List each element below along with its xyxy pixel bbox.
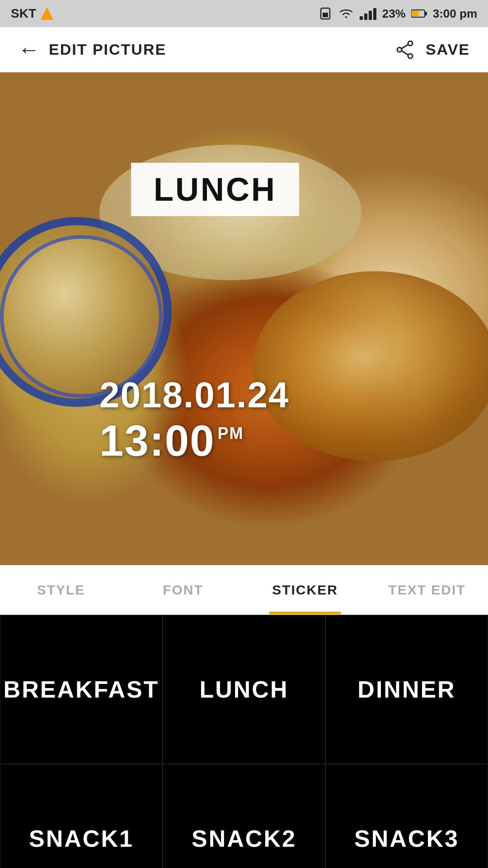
svg-text:⚡: ⚡ <box>415 11 421 17</box>
image-area: LUNCH 2018.01.24 13:00 PM <box>0 72 488 565</box>
share-icon[interactable] <box>395 40 415 60</box>
svg-rect-5 <box>373 8 376 20</box>
signal-icon <box>360 7 377 20</box>
tab-text-edit[interactable]: TEXT EDIT <box>366 565 488 614</box>
status-left: SKT <box>11 6 53 21</box>
svg-point-10 <box>408 41 413 46</box>
status-bar: SKT 23% ⚡ 3:00 pm <box>0 0 488 27</box>
sticker-snack2[interactable]: SNACK2 <box>163 764 325 868</box>
warning-icon <box>41 7 53 20</box>
svg-point-11 <box>397 47 402 52</box>
carrier-label: SKT <box>11 6 36 21</box>
save-button[interactable]: SAVE <box>426 41 470 58</box>
svg-rect-3 <box>364 14 367 20</box>
tab-font[interactable]: FONT <box>122 565 244 614</box>
sticker-breakfast[interactable]: BREAKFAST <box>0 615 163 764</box>
svg-point-12 <box>408 54 413 58</box>
svg-rect-1 <box>323 13 328 17</box>
sticker-snack1[interactable]: SNACK1 <box>0 764 163 868</box>
nav-left: ← EDIT PICTURE <box>18 37 166 62</box>
sticker-dinner[interactable]: DINNER <box>325 615 488 764</box>
page-title: EDIT PICTURE <box>49 41 166 58</box>
tabs-section: STYLE FONT STICKER TEXT EDIT <box>0 565 488 615</box>
status-right: 23% ⚡ 3:00 pm <box>318 6 477 21</box>
svg-rect-2 <box>360 16 363 20</box>
battery-icon: ⚡ <box>411 9 427 19</box>
lunch-sticker[interactable]: LUNCH <box>131 163 299 216</box>
sticker-snack3[interactable]: SNACK3 <box>325 764 488 868</box>
battery-percent: 23% <box>382 7 406 21</box>
back-button[interactable]: ← <box>18 37 40 62</box>
tab-style[interactable]: STYLE <box>0 565 122 614</box>
time-label: 3:00 pm <box>433 7 477 21</box>
sim-icon <box>318 6 333 21</box>
wifi-icon <box>338 7 354 20</box>
sticker-lunch[interactable]: LUNCH <box>163 615 325 764</box>
svg-rect-7 <box>425 12 427 15</box>
svg-line-13 <box>401 44 408 49</box>
nav-right: SAVE <box>395 40 470 60</box>
tab-sticker[interactable]: STICKER <box>244 565 366 614</box>
tab-active-indicator <box>269 612 341 614</box>
date-text: 2018.01.24 <box>99 374 289 416</box>
datetime-overlay: 2018.01.24 13:00 PM <box>99 374 289 466</box>
sticker-grid: BREAKFAST LUNCH DINNER SNACK1 SNACK2 SNA… <box>0 615 488 868</box>
svg-line-14 <box>401 51 408 55</box>
svg-rect-4 <box>369 11 372 20</box>
time-text: 13:00 PM <box>99 416 289 466</box>
top-nav: ← EDIT PICTURE SAVE <box>0 27 488 72</box>
bowl-inner <box>0 235 163 398</box>
